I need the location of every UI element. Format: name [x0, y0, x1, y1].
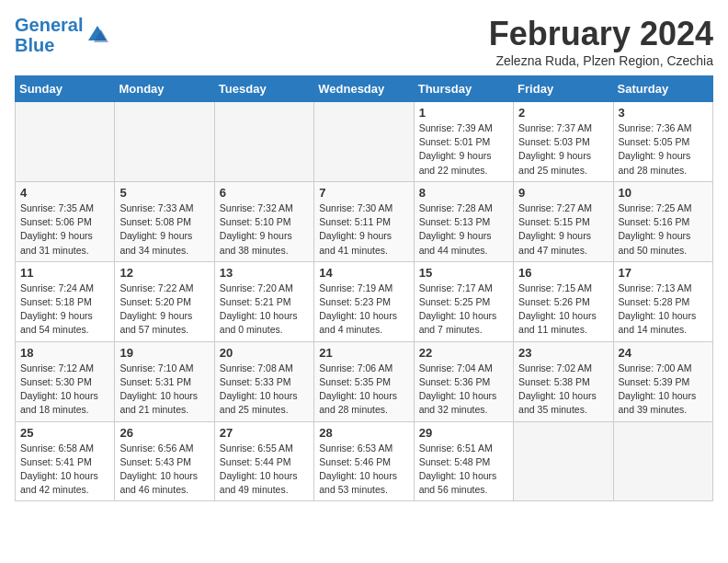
calendar-day-3: 3Sunrise: 7:36 AM Sunset: 5:05 PM Daylig…	[613, 102, 712, 182]
day-info: Sunrise: 7:27 AM Sunset: 5:15 PM Dayligh…	[518, 201, 608, 258]
day-number: 25	[20, 426, 109, 440]
day-number: 11	[20, 266, 109, 280]
day-number: 17	[619, 266, 708, 280]
day-info: Sunrise: 7:06 AM Sunset: 5:35 PM Dayligh…	[319, 362, 408, 418]
day-info: Sunrise: 7:35 AM Sunset: 5:06 PM Dayligh…	[20, 201, 109, 258]
day-info: Sunrise: 7:33 AM Sunset: 5:08 PM Dayligh…	[119, 201, 209, 258]
day-number: 16	[518, 266, 608, 280]
day-number: 20	[220, 346, 309, 360]
day-info: Sunrise: 7:17 AM Sunset: 5:25 PM Dayligh…	[419, 282, 508, 338]
day-info: Sunrise: 7:04 AM Sunset: 5:36 PM Dayligh…	[419, 362, 508, 418]
day-info: Sunrise: 7:24 AM Sunset: 5:18 PM Dayligh…	[20, 282, 109, 338]
day-info: Sunrise: 7:20 AM Sunset: 5:21 PM Dayligh…	[220, 282, 309, 338]
calendar-day-empty	[613, 421, 712, 501]
day-number: 29	[419, 426, 508, 440]
day-number: 12	[119, 266, 209, 280]
day-of-week-tuesday: Tuesday	[214, 76, 313, 102]
day-number: 24	[619, 346, 708, 360]
calendar-day-empty	[115, 102, 214, 182]
calendar-day-29: 29Sunrise: 6:51 AM Sunset: 5:48 PM Dayli…	[414, 421, 513, 501]
day-number: 22	[419, 346, 508, 360]
day-number: 28	[319, 426, 408, 440]
day-number: 9	[518, 186, 608, 200]
day-number: 1	[419, 106, 508, 120]
day-info: Sunrise: 7:10 AM Sunset: 5:31 PM Dayligh…	[119, 362, 209, 418]
title-area: February 2024 Zelezna Ruda, Plzen Region…	[489, 15, 713, 68]
calendar-table: SundayMondayTuesdayWednesdayThursdayFrid…	[15, 75, 713, 501]
logo-text: General Blue	[15, 15, 83, 55]
day-number: 14	[319, 266, 408, 280]
day-number: 8	[419, 186, 508, 200]
calendar-day-14: 14Sunrise: 7:19 AM Sunset: 5:23 PM Dayli…	[314, 261, 414, 341]
calendar-day-16: 16Sunrise: 7:15 AM Sunset: 5:26 PM Dayli…	[514, 261, 613, 341]
calendar-day-13: 13Sunrise: 7:20 AM Sunset: 5:21 PM Dayli…	[214, 261, 313, 341]
day-info: Sunrise: 7:25 AM Sunset: 5:16 PM Dayligh…	[619, 201, 708, 258]
day-number: 3	[619, 106, 708, 120]
calendar-day-27: 27Sunrise: 6:55 AM Sunset: 5:44 PM Dayli…	[214, 421, 313, 501]
day-of-week-monday: Monday	[115, 76, 214, 102]
calendar-day-6: 6Sunrise: 7:32 AM Sunset: 5:10 PM Daylig…	[214, 181, 313, 261]
calendar-day-24: 24Sunrise: 7:00 AM Sunset: 5:39 PM Dayli…	[613, 341, 712, 421]
calendar-day-26: 26Sunrise: 6:56 AM Sunset: 5:43 PM Dayli…	[115, 421, 214, 501]
day-info: Sunrise: 6:55 AM Sunset: 5:44 PM Dayligh…	[220, 442, 309, 498]
calendar-day-9: 9Sunrise: 7:27 AM Sunset: 5:15 PM Daylig…	[514, 181, 613, 261]
calendar-week-2: 4Sunrise: 7:35 AM Sunset: 5:06 PM Daylig…	[16, 181, 713, 261]
day-of-week-friday: Friday	[514, 76, 613, 102]
logo-blue: Blue	[15, 35, 54, 55]
calendar-day-8: 8Sunrise: 7:28 AM Sunset: 5:13 PM Daylig…	[414, 181, 513, 261]
calendar-day-11: 11Sunrise: 7:24 AM Sunset: 5:18 PM Dayli…	[16, 261, 115, 341]
day-info: Sunrise: 7:02 AM Sunset: 5:38 PM Dayligh…	[518, 362, 608, 418]
calendar-day-5: 5Sunrise: 7:33 AM Sunset: 5:08 PM Daylig…	[115, 181, 214, 261]
day-info: Sunrise: 7:19 AM Sunset: 5:23 PM Dayligh…	[319, 282, 408, 338]
calendar-day-1: 1Sunrise: 7:39 AM Sunset: 5:01 PM Daylig…	[414, 102, 513, 182]
day-info: Sunrise: 7:30 AM Sunset: 5:11 PM Dayligh…	[319, 201, 408, 258]
day-number: 27	[220, 426, 309, 440]
day-info: Sunrise: 7:00 AM Sunset: 5:39 PM Dayligh…	[619, 362, 708, 418]
calendar-day-25: 25Sunrise: 6:58 AM Sunset: 5:41 PM Dayli…	[16, 421, 115, 501]
day-number: 26	[119, 426, 209, 440]
day-of-week-sunday: Sunday	[16, 76, 115, 102]
calendar-day-empty	[314, 102, 414, 182]
day-info: Sunrise: 6:56 AM Sunset: 5:43 PM Dayligh…	[119, 442, 209, 498]
calendar-day-12: 12Sunrise: 7:22 AM Sunset: 5:20 PM Dayli…	[115, 261, 214, 341]
day-info: Sunrise: 7:36 AM Sunset: 5:05 PM Dayligh…	[619, 121, 708, 178]
calendar-day-28: 28Sunrise: 6:53 AM Sunset: 5:46 PM Dayli…	[314, 421, 414, 501]
logo: General Blue	[15, 15, 110, 55]
day-number: 2	[518, 106, 608, 120]
calendar-day-empty	[214, 102, 313, 182]
location: Zelezna Ruda, Plzen Region, Czechia	[489, 53, 713, 68]
calendar-day-19: 19Sunrise: 7:10 AM Sunset: 5:31 PM Dayli…	[115, 341, 214, 421]
day-info: Sunrise: 7:28 AM Sunset: 5:13 PM Dayligh…	[419, 201, 508, 258]
calendar-day-22: 22Sunrise: 7:04 AM Sunset: 5:36 PM Dayli…	[414, 341, 513, 421]
calendar-day-empty	[514, 421, 613, 501]
day-info: Sunrise: 7:15 AM Sunset: 5:26 PM Dayligh…	[518, 282, 608, 338]
calendar-day-4: 4Sunrise: 7:35 AM Sunset: 5:06 PM Daylig…	[16, 181, 115, 261]
day-info: Sunrise: 7:39 AM Sunset: 5:01 PM Dayligh…	[419, 121, 508, 178]
header: General Blue February 2024 Zelezna Ruda,…	[15, 15, 713, 68]
day-info: Sunrise: 6:53 AM Sunset: 5:46 PM Dayligh…	[319, 442, 408, 498]
calendar-day-10: 10Sunrise: 7:25 AM Sunset: 5:16 PM Dayli…	[613, 181, 712, 261]
day-number: 15	[419, 266, 508, 280]
calendar-day-15: 15Sunrise: 7:17 AM Sunset: 5:25 PM Dayli…	[414, 261, 513, 341]
day-info: Sunrise: 7:32 AM Sunset: 5:10 PM Dayligh…	[220, 201, 309, 258]
calendar-week-1: 1Sunrise: 7:39 AM Sunset: 5:01 PM Daylig…	[16, 102, 713, 182]
day-of-week-saturday: Saturday	[613, 76, 712, 102]
calendar-day-23: 23Sunrise: 7:02 AM Sunset: 5:38 PM Dayli…	[514, 341, 613, 421]
calendar-day-empty	[16, 102, 115, 182]
calendar-day-7: 7Sunrise: 7:30 AM Sunset: 5:11 PM Daylig…	[314, 181, 414, 261]
day-number: 18	[20, 346, 109, 360]
logo-icon	[85, 22, 110, 48]
calendar-week-3: 11Sunrise: 7:24 AM Sunset: 5:18 PM Dayli…	[16, 261, 713, 341]
day-info: Sunrise: 7:22 AM Sunset: 5:20 PM Dayligh…	[119, 282, 209, 338]
day-of-week-wednesday: Wednesday	[314, 76, 414, 102]
day-info: Sunrise: 7:08 AM Sunset: 5:33 PM Dayligh…	[220, 362, 309, 418]
day-number: 4	[20, 186, 109, 200]
calendar-header-row: SundayMondayTuesdayWednesdayThursdayFrid…	[16, 76, 713, 102]
logo-general: General	[15, 15, 83, 35]
day-number: 23	[518, 346, 608, 360]
day-number: 19	[119, 346, 209, 360]
calendar-week-5: 25Sunrise: 6:58 AM Sunset: 5:41 PM Dayli…	[16, 421, 713, 501]
day-number: 10	[619, 186, 708, 200]
day-of-week-thursday: Thursday	[414, 76, 513, 102]
calendar-day-17: 17Sunrise: 7:13 AM Sunset: 5:28 PM Dayli…	[613, 261, 712, 341]
